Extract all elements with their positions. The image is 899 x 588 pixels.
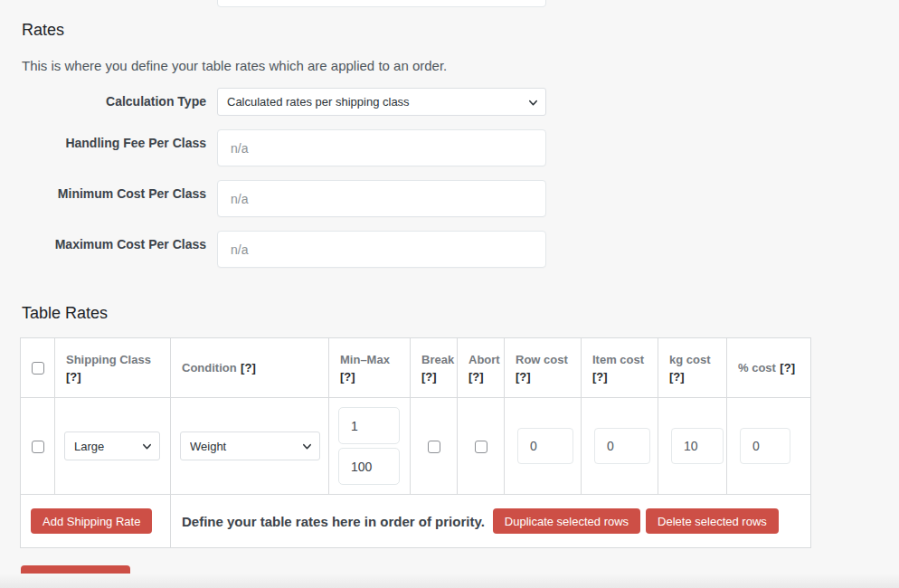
handling-fee-row: Handling Fee Per Class (0, 129, 899, 166)
duplicate-selected-rows-button[interactable]: Duplicate selected rows (493, 508, 640, 534)
add-shipping-rate-button[interactable]: Add Shipping Rate (31, 508, 152, 534)
update-settings-button[interactable]: Update Settings (21, 565, 130, 588)
table-rate-row: Large Weight (21, 398, 811, 495)
table-footer-row: Add Shipping Rate Define your table rate… (21, 495, 811, 548)
maximum-cost-input[interactable] (217, 231, 546, 268)
handling-fee-input[interactable] (217, 129, 546, 166)
select-all-checkbox[interactable] (32, 362, 44, 375)
abort-checkbox[interactable] (475, 441, 487, 453)
table-rates-title: Table Rates (0, 283, 899, 322)
column-header-item-cost: Item cost (592, 353, 644, 366)
max-value-input[interactable] (338, 448, 400, 485)
break-checkbox[interactable] (428, 441, 440, 453)
row-cost-help-link[interactable]: [?] (516, 370, 531, 384)
min-value-input[interactable] (338, 407, 400, 444)
min-max-help-link[interactable]: [?] (340, 370, 355, 384)
table-rates: Shipping Class [?] Condition [?] Min–Max… (20, 337, 811, 548)
delete-selected-rows-button[interactable]: Delete selected rows (646, 508, 779, 534)
calculation-type-select[interactable]: Calculated rates per shipping class (217, 88, 546, 116)
rates-section-description: This is where you define your table rate… (0, 39, 899, 74)
column-header-min-max: Min–Max (340, 353, 390, 366)
column-header-kg-cost: kg cost (669, 353, 711, 366)
column-header-break: Break (421, 353, 454, 366)
column-header-abort: Abort (468, 353, 500, 366)
item-cost-input[interactable] (594, 428, 650, 464)
percent-cost-help-link[interactable]: [?] (780, 361, 795, 375)
table-header-row: Shipping Class [?] Condition [?] Min–Max… (21, 338, 811, 398)
maximum-cost-row: Maximum Cost Per Class (0, 231, 899, 268)
cutoff-input-field[interactable] (217, 0, 546, 7)
column-header-percent-cost: % cost (738, 361, 776, 375)
minimum-cost-label: Minimum Cost Per Class (0, 180, 206, 201)
shipping-class-select[interactable]: Large (64, 432, 160, 460)
bottom-fade (0, 574, 899, 588)
abort-help-link[interactable]: [?] (468, 370, 484, 384)
calculation-type-row: Calculation Type Calculated rates per sh… (0, 88, 899, 116)
kg-cost-help-link[interactable]: [?] (669, 370, 685, 384)
kg-cost-input[interactable] (671, 428, 724, 464)
handling-fee-label: Handling Fee Per Class (0, 129, 206, 150)
column-header-condition: Condition (182, 361, 237, 375)
item-cost-help-link[interactable]: [?] (592, 370, 608, 384)
maximum-cost-label: Maximum Cost Per Class (0, 231, 206, 251)
condition-select[interactable]: Weight (180, 432, 320, 460)
condition-help-link[interactable]: [?] (241, 361, 256, 375)
minimum-cost-row: Minimum Cost Per Class (0, 180, 899, 217)
shipping-rates-settings-page: Rates This is where you define your tabl… (0, 0, 899, 588)
minimum-cost-input[interactable] (217, 180, 546, 217)
column-header-row-cost: Row cost (516, 353, 568, 366)
row-cost-input[interactable] (517, 428, 573, 464)
table-footer-note: Define your table rates here in order of… (182, 514, 485, 529)
shipping-class-help-link[interactable]: [?] (66, 370, 81, 384)
calculation-type-label: Calculation Type (0, 88, 206, 109)
percent-cost-input[interactable] (740, 428, 790, 464)
rates-form: Calculation Type Calculated rates per sh… (0, 88, 899, 268)
row-select-checkbox[interactable] (32, 441, 44, 453)
column-header-shipping-class: Shipping Class (66, 353, 151, 366)
break-help-link[interactable]: [?] (421, 370, 437, 384)
